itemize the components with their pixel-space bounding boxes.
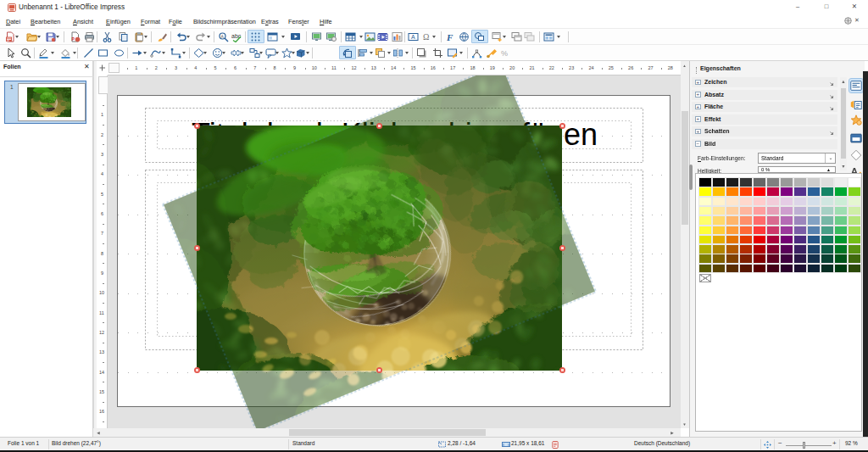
svg-text:%: % [501,49,508,58]
svg-text:A: A [221,34,225,39]
svg-text:F: F [446,32,453,42]
svg-text:Ω: Ω [423,32,429,42]
svg-text:A: A [411,34,415,40]
